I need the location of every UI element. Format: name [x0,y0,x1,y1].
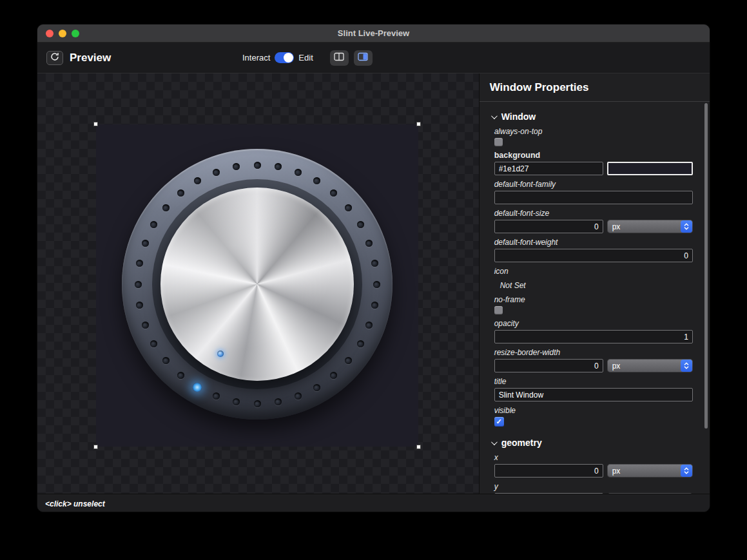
background-label: background [494,151,693,160]
minimize-button[interactable] [59,30,66,37]
unit-label: px [612,467,621,476]
selection-handle-top-right[interactable] [416,122,421,126]
window-title: Slint Live-Preview [338,28,409,38]
selection-handle-bottom-right[interactable] [416,445,421,449]
panel-title: Window Properties [480,73,710,102]
always-on-top-checkbox[interactable] [494,138,503,146]
x-input[interactable] [494,464,603,478]
zoom-button[interactable] [72,30,79,37]
mode-group: Interact Edit [242,43,373,73]
opacity-label: opacity [494,319,693,328]
toolbar: Preview Interact Edit [37,43,710,73]
stepper-icon [681,465,692,477]
default-font-family-input[interactable] [494,191,693,204]
resize-border-width-label: resize-border-width [494,348,693,357]
always-on-top-label: always-on-top [494,127,693,136]
toggle-knob [284,53,293,63]
interact-label: Interact [242,53,270,63]
edit-label: Edit [298,53,313,63]
unit-label: px [612,362,621,371]
opacity-input[interactable] [494,330,693,343]
panel-body: Window always-on-top background default-… [480,102,710,494]
background-color-swatch[interactable] [607,162,693,175]
status-hint: <click> unselect [45,499,105,508]
reload-button[interactable] [46,51,63,65]
knob-control [122,149,393,420]
design-canvas[interactable] [37,73,479,494]
y-input[interactable] [494,493,603,494]
stepper-icon [681,360,692,372]
no-frame-label: no-frame [494,295,693,304]
y-label: y [494,482,693,491]
knob-led-indicator [193,383,202,392]
icon-value: Not Set [494,278,693,291]
selection-handle-top-left[interactable] [93,122,98,126]
visible-checkbox[interactable]: ✓ [494,417,504,427]
default-font-weight-input[interactable] [494,249,693,262]
app-window: Slint Live-Preview Preview Interact Edit [37,24,710,512]
title-input[interactable] [494,388,693,401]
properties-panel-button[interactable] [354,50,373,66]
section-geometry-label: geometry [501,438,542,448]
x-unit-select[interactable]: px [607,464,693,478]
section-window[interactable]: Window [491,111,693,122]
titlebar: Slint Live-Preview [37,24,710,43]
preview-title: Preview [70,52,111,64]
default-font-size-label: default-font-size [494,209,693,218]
resize-border-width-unit-select[interactable]: px [607,359,693,372]
close-button[interactable] [46,30,53,37]
traffic-lights [46,30,79,37]
default-font-size-input[interactable] [494,220,603,233]
panel-scrollbar[interactable] [704,103,708,429]
unit-label: px [612,222,621,231]
stepper-icon [681,220,692,233]
title-label: title [494,377,693,386]
reload-icon [50,52,59,64]
icon-label: icon [494,267,693,276]
interact-edit-toggle[interactable] [275,52,294,63]
properties-panel: Window Properties Window always-on-top b… [479,73,710,494]
default-font-family-label: default-font-family [494,180,693,189]
background-input[interactable] [494,162,603,175]
default-font-size-unit-select[interactable]: px [607,220,693,233]
split-view-button[interactable] [330,50,349,66]
main-area: Window Properties Window always-on-top b… [37,73,710,494]
y-unit-select[interactable]: px [607,493,693,494]
statusbar: <click> unselect [37,494,710,512]
knob-position-dot [217,351,224,357]
check-icon: ✓ [496,418,502,426]
default-font-weight-label: default-font-weight [494,238,693,247]
no-frame-checkbox[interactable] [494,306,503,314]
section-window-label: Window [501,111,536,122]
visible-label: visible [494,406,693,415]
split-columns-icon [334,52,344,64]
chevron-down-icon [491,113,498,119]
resize-border-width-input[interactable] [494,359,603,372]
section-geometry[interactable]: geometry [491,437,693,449]
selection-handle-bottom-left[interactable] [93,445,98,449]
x-label: x [494,453,693,462]
sidebar-right-icon [358,52,368,64]
selected-window-preview[interactable] [96,124,418,447]
chevron-down-icon [491,439,498,445]
knob-face [160,188,354,381]
